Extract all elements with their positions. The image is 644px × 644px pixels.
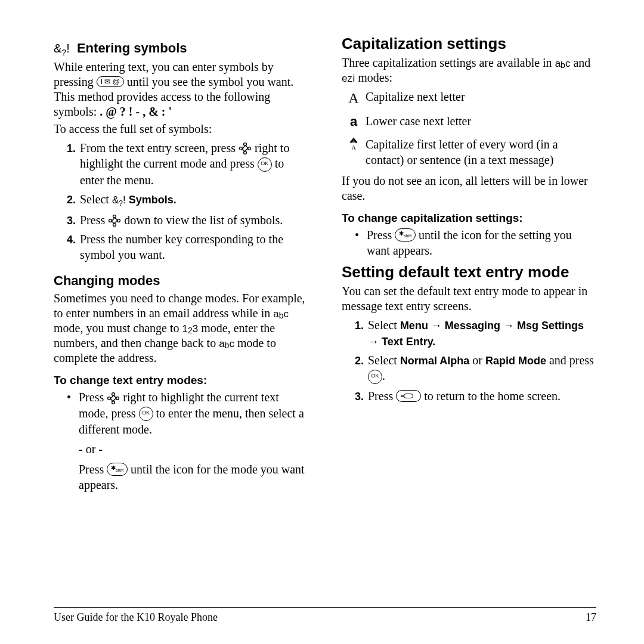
svg-point-6 xyxy=(109,219,112,222)
symbols-glyph-icon: &?! xyxy=(54,42,70,55)
123-mode-icon: 123 xyxy=(182,323,199,335)
svg-text:A: A xyxy=(351,144,357,151)
svg-point-5 xyxy=(113,224,116,227)
svg-point-8 xyxy=(112,392,115,395)
cap-noicon-note: If you do not see an icon, all letters w… xyxy=(342,174,596,203)
cap-option-upper: A Capitalize next letter xyxy=(342,89,596,107)
shift-key-icon: ✱shift xyxy=(395,228,416,242)
page-number: 17 xyxy=(586,611,596,624)
abc-mode-icon: abc xyxy=(273,308,289,320)
dpad-icon xyxy=(107,392,120,405)
default-step-3: Press to return to the home screen. xyxy=(367,388,596,404)
symbols-step-4: Press the number key corresponding to th… xyxy=(79,231,308,262)
dpad-icon xyxy=(239,142,252,155)
or-divider: - or - xyxy=(79,442,308,457)
end-key-icon xyxy=(396,390,421,402)
heading-to-change-modes: To change text entry modes: xyxy=(54,374,308,387)
space-key-icon: I ✉ @ xyxy=(97,76,124,87)
svg-point-1 xyxy=(244,151,247,154)
default-step-2: Select Normal Alpha or Rapid Mode and pr… xyxy=(367,352,596,385)
default-step-1: Select Menu → Messaging → Msg Settings →… xyxy=(367,317,596,349)
svg-point-4 xyxy=(113,215,116,218)
ezi-mode-icon: eZi xyxy=(342,73,355,84)
symbols-step-3: Press down to view the list of symbols. xyxy=(79,212,308,228)
heading-entering-symbols: &?! Entering symbols xyxy=(54,41,308,57)
ok-key-icon: OK xyxy=(258,157,272,172)
cap-option-auto: A Capitalize first letter of every word … xyxy=(342,137,596,168)
symbols-step-2: Select &?! Symbols. xyxy=(79,191,308,209)
dpad-icon xyxy=(108,214,121,227)
capital-a-icon: A xyxy=(348,90,358,106)
cap-change-bullet: Press ✱shift until the icon for the sett… xyxy=(367,227,596,258)
cap-intro: Three capitalization settings are availa… xyxy=(342,55,596,85)
heading-capitalization: Capitalization settings xyxy=(342,35,596,53)
ok-key-icon: OK xyxy=(139,407,153,421)
shift-key-icon: ✱shift xyxy=(107,463,128,476)
ok-key-icon: OK xyxy=(368,370,382,384)
svg-point-0 xyxy=(244,143,247,146)
heading-changing-modes: Changing modes xyxy=(54,273,308,289)
cap-option-lower: a Lower case next letter xyxy=(342,113,596,131)
symbols-glyph-icon: &?! xyxy=(112,194,126,206)
svg-point-10 xyxy=(108,397,111,400)
default-mode-intro: You can set the default text entry mode … xyxy=(342,284,596,314)
svg-point-11 xyxy=(116,397,119,400)
symbols-intro: While entering text, you can enter symbo… xyxy=(54,60,308,119)
svg-point-2 xyxy=(240,147,243,150)
change-mode-bullet: Press right to highlight the current tex… xyxy=(79,389,308,493)
abc-mode-icon: abc xyxy=(219,338,234,349)
heading-default-mode: Setting default text entry mode xyxy=(342,263,596,281)
svg-point-7 xyxy=(117,219,120,222)
heading-to-change-cap: To change capitalization settings: xyxy=(342,212,596,225)
lower-a-icon: a xyxy=(350,114,357,129)
modes-intro: Sometimes you need to change modes. For … xyxy=(54,291,308,366)
symbols-step-1: From the text entry screen, press right … xyxy=(79,140,308,188)
svg-point-3 xyxy=(248,147,251,150)
autocap-icon: A xyxy=(347,137,360,154)
svg-point-9 xyxy=(112,401,115,404)
abc-mode-icon: abc xyxy=(555,58,571,69)
symbols-access-line: To access the full set of symbols: xyxy=(54,122,308,137)
footer-title: User Guide for the K10 Royale Phone xyxy=(54,611,218,624)
